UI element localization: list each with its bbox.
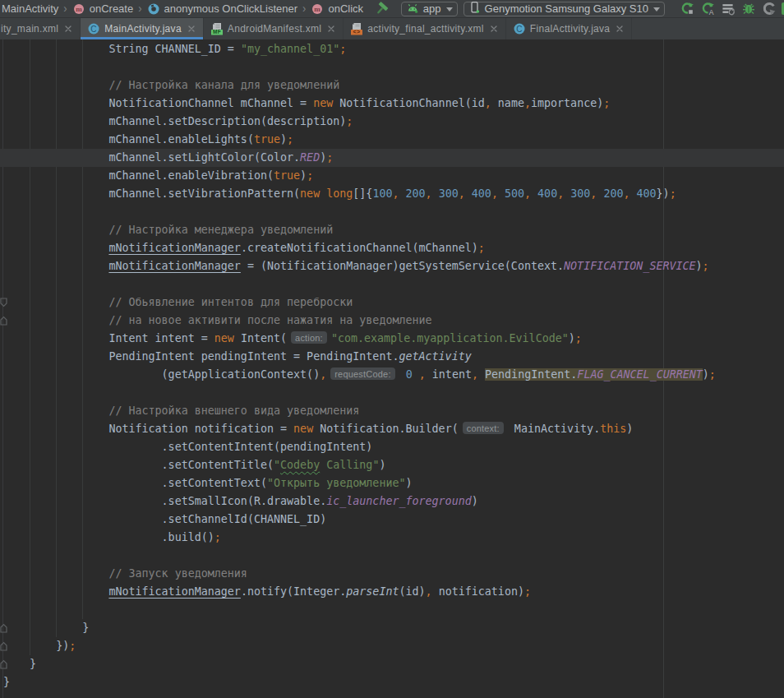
code-token: .setContentIntent(pendingIntent) <box>3 441 372 453</box>
code-token: parseInt <box>346 585 399 598</box>
code-token: 100 <box>372 187 392 200</box>
code-token: RED <box>300 151 320 164</box>
breadcrumb-item[interactable]: anonymous OnClickListener <box>147 2 298 16</box>
manifest-icon: MF <box>210 22 224 35</box>
fold-marker[interactable] <box>0 298 7 310</box>
code-token: true <box>274 169 300 182</box>
breadcrumb-label: onClick <box>328 2 363 15</box>
code-token: .setSmallIcon(R.drawable. <box>3 495 326 507</box>
code-editor[interactable]: String CHANNEL_ID = "my_channel_01"; // … <box>0 39 784 698</box>
svg-text:C: C <box>91 25 98 34</box>
close-tab-button[interactable] <box>64 25 72 33</box>
run-with-coverage-icon <box>722 2 736 16</box>
class-icon: C <box>513 22 526 35</box>
code-token: Codeby <box>280 459 320 471</box>
code-token: } <box>3 658 36 670</box>
run-with-coverage-button[interactable] <box>722 2 736 16</box>
breadcrumb-item[interactable]: monCreate <box>72 2 133 16</box>
code-line: mChannel.setVibrationPattern(new long[]{… <box>0 185 784 203</box>
code-token: FLAG_CANCEL_CURRENT <box>577 368 702 381</box>
code-token: Intent( <box>234 332 287 344</box>
code-token: .setContentTitle( <box>3 459 274 471</box>
code-token <box>3 260 108 272</box>
chevron-down-icon <box>446 7 453 12</box>
code-token <box>399 368 406 381</box>
code-token: new <box>293 423 313 435</box>
code-token: = (NotificationManager)getSystemService(… <box>241 260 564 272</box>
apply-changes-icon: A <box>701 2 715 16</box>
device-selector[interactable]: Genymotion Samsung Galaxy S10 <box>463 2 665 16</box>
code-token: , <box>491 187 498 200</box>
close-tab-button[interactable] <box>490 25 498 33</box>
code-token: ; <box>287 133 293 146</box>
debug-button[interactable] <box>742 2 755 16</box>
code-token: , <box>557 187 564 200</box>
rerun-button[interactable] <box>680 2 694 16</box>
code-token: ; <box>603 97 610 109</box>
code-token: // Настройка канала для уведомлений <box>3 79 339 91</box>
code-token: 0 <box>406 368 413 381</box>
fold-marker[interactable] <box>0 316 7 328</box>
editor-tab-finalacttivity-java[interactable]: CFinalActtivity.java <box>506 18 633 39</box>
code-token: (getApplicationContext() <box>3 368 320 381</box>
fold-up-icon <box>0 659 7 669</box>
code-line: mChannel.setDescription(description); <box>0 113 784 131</box>
breadcrumb-label: onCreate <box>90 2 133 15</box>
close-icon <box>327 25 335 33</box>
code-token: }) <box>657 187 670 200</box>
fold-marker[interactable] <box>0 623 7 636</box>
code-token: ) <box>626 423 633 435</box>
breadcrumb-separator-icon: › <box>302 1 306 15</box>
code-token: NotificationChannel(id <box>333 97 485 109</box>
code-line: .setContentIntent(pendingIntent) <box>0 438 784 456</box>
code-token: ; <box>214 531 221 543</box>
breadcrumb-label: MainActivity <box>2 2 58 15</box>
code-line: mChannel.enableLights(true); <box>0 131 784 149</box>
profile-button[interactable] <box>762 2 776 16</box>
code-token: ) <box>379 459 385 471</box>
code-token: , <box>524 187 531 200</box>
code-token <box>531 187 537 200</box>
run-configuration-selector[interactable]: app <box>401 2 458 16</box>
editor-tab-activity-final-acttivity-xml[interactable]: <>activity_final_acttivity.xml <box>344 18 506 39</box>
code-token: // Запуск уведомления <box>3 567 247 580</box>
code-token: new <box>214 332 234 344</box>
code-token <box>3 242 108 254</box>
code-line: // Настройка канала для уведомлений <box>0 76 784 95</box>
fold-marker[interactable] <box>0 641 7 654</box>
apply-changes-button[interactable]: A <box>701 2 715 16</box>
tab-label: MainActivity.java <box>104 23 182 35</box>
tab-label: FinalActtivity.java <box>530 23 611 35</box>
navigation-bar: MainActivity› monCreate› anonymous OnCli… <box>0 0 784 18</box>
code-line: mNotificationManager.notify(Integer.pars… <box>0 583 784 601</box>
build-project-button[interactable] <box>375 2 390 16</box>
code-token: , <box>419 368 426 381</box>
code-token: .notify(Integer. <box>241 585 346 598</box>
code-line: // на новое активити после нажатия на ув… <box>0 312 784 330</box>
close-tab-button[interactable] <box>327 25 335 33</box>
breadcrumb-item[interactable]: MainActivity <box>2 2 58 15</box>
code-token: ) <box>696 260 703 272</box>
editor-tab-mainactivity-java[interactable]: CMainActivity.java <box>81 18 204 39</box>
close-tab-button[interactable] <box>187 25 196 33</box>
code-line: mChannel.enableVibration(true); <box>0 167 784 185</box>
tab-label: ity_main.xml <box>1 23 58 35</box>
editor-tab-androidmanifest-xml[interactable]: MFAndroidManifest.xml <box>204 18 344 39</box>
profile-icon <box>762 2 776 16</box>
class-icon: C <box>87 22 100 35</box>
code-line <box>0 547 784 565</box>
code-token <box>498 187 505 200</box>
close-tab-button[interactable] <box>616 25 624 33</box>
code-line: Intent intent = new Intent(action:"com.e… <box>0 330 784 348</box>
code-token: "Открыть уведомление" <box>267 477 406 489</box>
code-token <box>3 585 108 598</box>
fold-up-icon <box>0 641 7 651</box>
run-config-icon-slot <box>406 2 419 16</box>
breadcrumb-separator-icon: › <box>63 1 67 15</box>
editor-tab-ity-main-xml[interactable]: ity_main.xml <box>0 18 81 39</box>
breadcrumb-item[interactable]: monClick <box>311 2 363 16</box>
xml-icon: <> <box>350 22 363 35</box>
code-token: , <box>426 585 432 598</box>
fold-marker[interactable] <box>0 659 7 672</box>
code-token: mNotificationManager <box>108 260 240 272</box>
